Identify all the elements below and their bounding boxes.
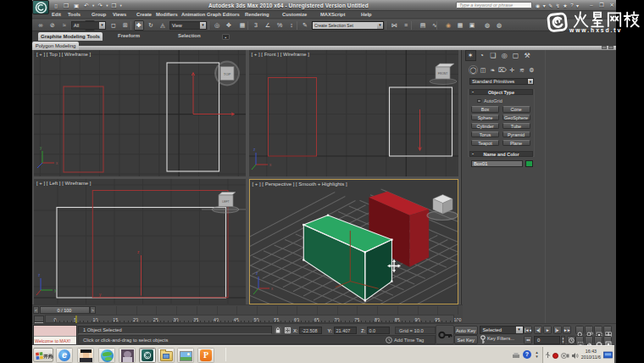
recording-tray-icon[interactable]: [552, 353, 558, 359]
previous-key-button[interactable]: <: [33, 306, 39, 314]
key-filters-button[interactable]: Key Filters...: [487, 336, 514, 341]
select-and-rotate-icon[interactable]: ↻: [146, 20, 156, 31]
red-box-wire-top[interactable]: [64, 87, 103, 172]
select-and-scale-icon[interactable]: ◬: [158, 20, 168, 31]
tab-create-icon[interactable]: ✶: [465, 50, 476, 61]
render-production-icon[interactable]: ◍: [482, 20, 492, 31]
project-folder-icon[interactable]: ❐: [110, 2, 119, 9]
pan-view-button[interactable]: [585, 336, 593, 344]
combo-arrow-icon[interactable]: ▼: [200, 22, 206, 29]
tab-selection[interactable]: Selection: [178, 33, 201, 38]
tab-display-icon[interactable]: ▢: [510, 50, 521, 61]
ribbon-options-button[interactable]: ▪: [222, 34, 230, 41]
named-selection-set-dropdown[interactable]: Create Selection Set▼: [312, 21, 384, 30]
select-and-link-icon[interactable]: ∞: [36, 20, 46, 31]
auto-key-button[interactable]: Auto Key: [454, 326, 478, 335]
category-cameras-icon[interactable]: ⌦: [498, 65, 508, 75]
search-binoculars-icon[interactable]: ◉: [536, 3, 540, 8]
coordinate-system-dropdown[interactable]: View▼: [169, 21, 207, 30]
previous-frame-button[interactable]: ◄|: [534, 326, 542, 334]
category-geometry-icon[interactable]: ◯: [469, 65, 478, 75]
align-icon[interactable]: ≡: [401, 20, 411, 31]
menu-group[interactable]: Group: [92, 12, 106, 17]
rendered-frame-icon[interactable]: ▣: [467, 20, 477, 31]
fax-tray-icon[interactable]: [512, 352, 520, 359]
snaps-toggle-icon[interactable]: 3: [251, 20, 261, 31]
menu-create[interactable]: Create: [136, 12, 152, 17]
mini-curve-editor-button[interactable]: [34, 316, 44, 323]
x-coordinate-field[interactable]: -22.508: [299, 327, 322, 334]
named-selection-sets-icon[interactable]: ✎: [300, 20, 310, 31]
move-gizmo-left[interactable]: z y: [99, 250, 142, 297]
maximize-viewport-toggle[interactable]: [603, 336, 612, 344]
button-box[interactable]: Box: [471, 106, 499, 113]
help-tray-icon[interactable]: ?: [523, 350, 531, 359]
combo-arrow-icon[interactable]: ▼: [99, 22, 105, 29]
tab-utilities-icon[interactable]: ⚒: [522, 50, 533, 61]
infocenter-wrench-icon[interactable]: ✎: [548, 3, 552, 8]
spinner-snap-icon[interactable]: ↕: [286, 20, 297, 31]
viewcube-perspective[interactable]: [427, 195, 458, 221]
menu-views[interactable]: Views: [113, 12, 126, 17]
dropdown-arrow-icon[interactable]: ▼: [527, 78, 534, 85]
y-coordinate-field[interactable]: 21.407: [334, 327, 357, 334]
quicklaunch-qq-avatar[interactable]: [77, 348, 94, 363]
selection-lock-toggle[interactable]: [275, 327, 281, 334]
selection-set-combo[interactable]: Selected ▼: [480, 326, 524, 335]
quicklaunch-image-viewer[interactable]: [177, 348, 194, 363]
minimize-button[interactable]: –: [588, 2, 595, 8]
language-bar-icon[interactable]: [603, 351, 613, 360]
keyboard-override-icon[interactable]: ▦: [237, 20, 247, 31]
quicklaunch-3ds-max[interactable]: [139, 348, 156, 363]
category-space-warps-icon[interactable]: ≋: [518, 65, 527, 75]
key-mode-toggle[interactable]: ◄►: [524, 336, 532, 344]
tab-hierarchy-icon[interactable]: ❏: [487, 50, 498, 61]
percent-snap-icon[interactable]: %: [275, 20, 285, 31]
zoom-extents-all-button[interactable]: [603, 326, 612, 334]
ribbon-strip-button[interactable]: [602, 46, 607, 49]
restore-button[interactable]: ❐: [598, 2, 605, 8]
category-lights-icon[interactable]: ❧: [488, 65, 497, 75]
z-coordinate-field[interactable]: 0.0: [367, 327, 390, 334]
category-helpers-icon[interactable]: ✛: [508, 65, 517, 75]
go-to-start-button[interactable]: |◄◄: [524, 326, 532, 334]
red-box-wire-front[interactable]: [268, 78, 316, 157]
bind-to-space-warp-icon[interactable]: ≈: [59, 20, 69, 31]
help-caret-icon[interactable]: ▾: [576, 3, 579, 8]
search-input[interactable]: Type a keyword or phrase: [456, 2, 532, 8]
button-plane[interactable]: Plane: [502, 140, 530, 147]
use-pivot-point-icon[interactable]: ◎: [212, 20, 222, 31]
category-shapes-icon[interactable]: ◫: [479, 65, 488, 75]
current-frame-field[interactable]: 0: [534, 336, 560, 344]
undo-icon[interactable]: ↶: [82, 2, 91, 9]
move-gizmo-front[interactable]: [418, 109, 420, 151]
menu-rendering[interactable]: Rendering: [245, 12, 269, 17]
category-systems-icon[interactable]: ⚙: [527, 65, 536, 75]
new-scene-icon[interactable]: ▯: [52, 2, 60, 9]
button-cylinder[interactable]: Cylinder: [471, 123, 499, 130]
add-time-tag[interactable]: Add Time Tag: [394, 338, 424, 343]
track-bar-ruler[interactable]: 0510152025303540455055606570758085909510…: [45, 315, 454, 324]
unlink-selection-icon[interactable]: ⊘: [47, 20, 58, 31]
absolute-offset-toggle[interactable]: [285, 327, 291, 334]
menu-maxscript[interactable]: MAXScript: [320, 12, 345, 17]
comm-caret-icon[interactable]: ▾: [543, 3, 546, 8]
close-button[interactable]: ✕: [608, 2, 615, 8]
redo-caret-icon[interactable]: ▾: [106, 3, 108, 8]
window-crossing-icon[interactable]: ⊞: [120, 20, 130, 31]
selection-filter-dropdown[interactable]: All▼: [71, 21, 106, 30]
menu-graph-editors[interactable]: Graph Editors: [207, 12, 240, 17]
qat-caret-icon[interactable]: ▾: [120, 3, 122, 8]
viewport-front-label[interactable]: [ + ] [ Front ] [ Wireframe ]: [252, 52, 310, 57]
subscription-icon[interactable]: ↯: [556, 3, 560, 8]
viewport-perspective[interactable]: xz [ + ] [ Perspective ] [ Smooth + High…: [249, 179, 459, 304]
render-teapot-icon[interactable]: ◍: [494, 20, 504, 31]
quicklaunch-pplive[interactable]: P: [197, 348, 214, 363]
object-name-field[interactable]: Box01: [471, 160, 523, 168]
viewport-front[interactable]: FRONT xz [ + ] [ Front ] [ Wireframe ]: [249, 50, 459, 176]
quicklaunch-file-explorer[interactable]: [158, 348, 175, 363]
primitives-dropdown[interactable]: Standard Primitives ▼: [469, 78, 528, 85]
zoom-all-button[interactable]: [585, 326, 593, 334]
viewport-left-label[interactable]: [ + ] [ Left ] [ Wireframe ]: [36, 181, 92, 186]
favorites-star-icon[interactable]: ★: [563, 3, 567, 8]
